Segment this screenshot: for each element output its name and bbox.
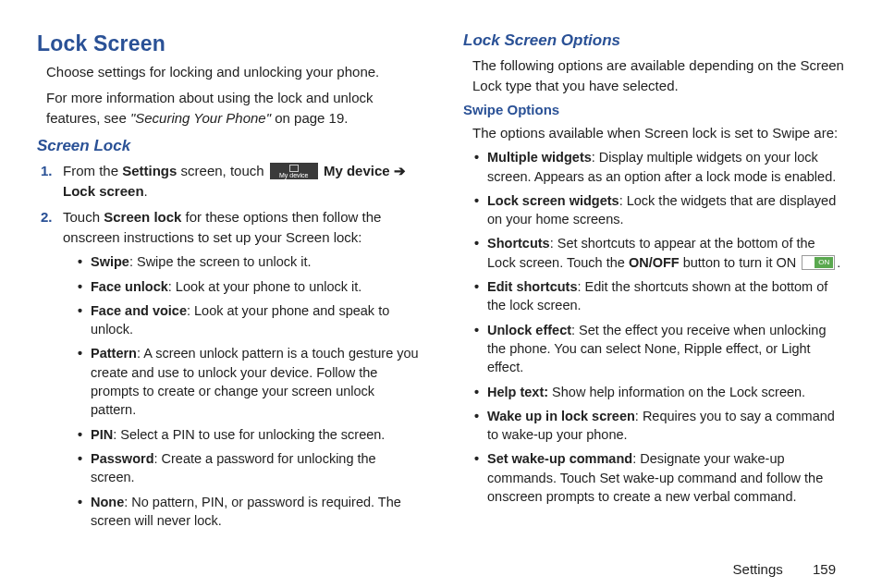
opt-set-wake-up: Set wake-up command: Designate your wake… [487,449,845,506]
swipe-intro: The options available when Screen lock i… [472,123,845,143]
opt-swipe: Swipe: Swipe the screen to unlock it. [91,252,419,271]
opt-shortcuts: Shortcuts: Set shortcuts to appear at th… [487,234,845,272]
opt-unlock-effect: Unlock effect: Set the effect you receiv… [487,321,845,377]
opt-edit-shortcuts: Edit shortcuts: Edit the shortcuts shown… [487,277,845,315]
footer-page-number: 159 [813,561,836,577]
heading-lock-screen: Lock Screen [37,31,419,56]
opt-face-voice: Face and voice: Look at your phone and s… [91,301,419,339]
opt-wake-up: Wake up in lock screen: Requires you to … [487,407,845,445]
opt-face-unlock: Face unlock: Look at your phone to unloc… [91,277,419,296]
opt-lock-screen-widgets: Lock screen widgets: Lock the widgets th… [487,191,845,229]
step-2: Touch Screen lock for these options then… [63,207,419,530]
heading-lock-screen-options: Lock Screen Options [463,31,845,50]
opt-pattern: Pattern: A screen unlock pattern is a to… [91,344,419,419]
subhead-screen-lock: Screen Lock [37,137,419,155]
opt-none: None: No pattern, PIN, or password is re… [91,493,419,531]
options-intro: The following options are available depe… [472,55,845,96]
swipe-options-list: Multiple widgets: Display multiple widge… [463,148,845,506]
opt-password: Password: Create a password for unlockin… [91,449,419,487]
page-footer: Settings 159 [733,561,836,577]
screen-lock-options: Swipe: Swipe the screen to unlock it. Fa… [63,252,419,530]
arrow-icon: ➔ [394,163,406,178]
intro-p1: Choose settings for locking and unlockin… [46,62,419,82]
subhead-swipe-options: Swipe Options [463,102,845,117]
steps-list: From the Settings screen, touch My devic… [37,161,419,530]
my-device-icon: My device [270,163,318,179]
opt-pin: PIN: Select a PIN to use for unlocking t… [91,425,419,444]
left-column: Lock Screen Choose settings for locking … [37,31,419,535]
right-column: Lock Screen Options The following option… [463,31,845,535]
on-toggle-icon [802,255,835,270]
intro-p2: For more information about using the loc… [46,88,419,129]
step-1: From the Settings screen, touch My devic… [63,161,419,202]
opt-help-text: Help text: Show help information on the … [487,383,845,401]
opt-multiple-widgets: Multiple widgets: Display multiple widge… [487,148,845,186]
footer-section: Settings [733,561,783,577]
